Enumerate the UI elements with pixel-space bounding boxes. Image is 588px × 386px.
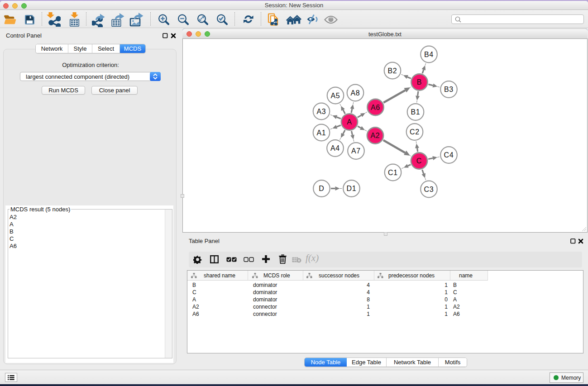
- svg-text:B: B: [417, 78, 422, 86]
- svg-text:C1: C1: [388, 169, 398, 176]
- svg-text:C: C: [416, 157, 422, 165]
- svg-text:C4: C4: [444, 151, 454, 159]
- svg-text:A2: A2: [371, 132, 380, 139]
- svg-text:C2: C2: [410, 128, 420, 136]
- svg-text:A: A: [347, 118, 352, 126]
- svg-text:A6: A6: [371, 104, 380, 111]
- svg-text:D: D: [319, 185, 324, 192]
- svg-text:D1: D1: [347, 185, 357, 192]
- svg-text:B2: B2: [388, 67, 397, 75]
- svg-text:C3: C3: [424, 186, 434, 193]
- svg-text:B4: B4: [424, 51, 434, 58]
- svg-text:A8: A8: [351, 89, 360, 97]
- svg-text:B1: B1: [411, 108, 421, 116]
- svg-text:A7: A7: [351, 147, 361, 155]
- svg-text:A4: A4: [330, 144, 340, 152]
- svg-text:A3: A3: [317, 108, 326, 115]
- svg-text:A5: A5: [331, 92, 340, 100]
- svg-text:A1: A1: [317, 129, 326, 137]
- svg-text:B3: B3: [444, 86, 454, 93]
